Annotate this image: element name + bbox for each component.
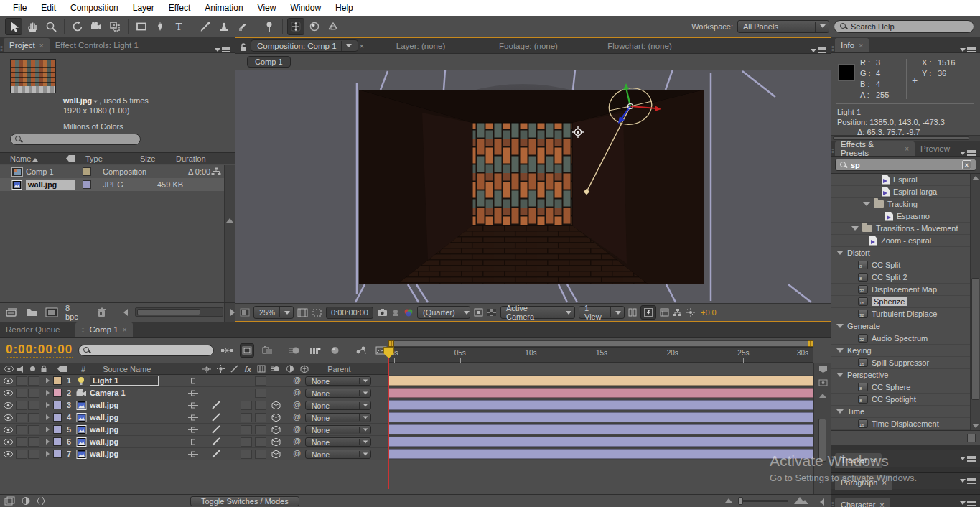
solo-lock-cell[interactable] — [28, 376, 39, 386]
anchor-switch-icon[interactable] — [188, 439, 198, 445]
parent-pickwhip-icon[interactable]: @ — [293, 437, 301, 445]
menu-animation[interactable]: Animation — [197, 1, 250, 14]
current-time-display[interactable]: 0:00:00:00 — [6, 343, 73, 358]
tab-footage[interactable]: Footage: (none) — [475, 39, 582, 53]
menu-composition[interactable]: Composition — [63, 1, 126, 14]
tab-tracker[interactable]: Tracker× — [835, 453, 882, 468]
resolution-dropdown[interactable]: (Quarter) — [417, 306, 470, 319]
parent-dropdown[interactable]: None — [305, 437, 371, 447]
composition-viewer[interactable] — [235, 70, 831, 303]
layer-name[interactable]: Camera 1 — [90, 389, 126, 397]
scroll-up-icon[interactable] — [226, 218, 233, 223]
help-search-input[interactable]: Search Help — [834, 20, 974, 33]
audio-cell[interactable] — [16, 425, 27, 434]
expand-arrow-icon[interactable] — [46, 402, 50, 408]
parent-dropdown[interactable]: None — [305, 425, 371, 434]
parent-pickwhip-icon[interactable]: @ — [293, 376, 301, 384]
expand-triangle-icon[interactable] — [836, 373, 844, 377]
comp-button-icon[interactable] — [818, 379, 828, 386]
layer-color-chip[interactable] — [53, 389, 62, 397]
solo-lock-cell[interactable] — [28, 401, 39, 410]
snapshot-icon[interactable] — [377, 308, 388, 317]
orbit-camera-tool[interactable] — [69, 18, 86, 35]
expand-triangle-icon[interactable] — [836, 409, 844, 414]
scroll-left-icon[interactable] — [123, 309, 128, 316]
tab-layer[interactable]: Layer: (none) — [367, 39, 475, 53]
expand-triangle-icon[interactable] — [836, 348, 844, 353]
menu-edit[interactable]: Edit — [34, 1, 63, 14]
time-ruler[interactable]: 0s05s10s15s20s25s30s — [388, 347, 813, 363]
cube-3d-switch-icon[interactable] — [271, 437, 281, 447]
tab-effect-controls[interactable]: Effect Controls: Light 1 — [50, 38, 144, 52]
cube-3d-switch-icon[interactable] — [271, 413, 281, 422]
layer-color-chip[interactable] — [53, 450, 62, 458]
switch-cell[interactable] — [255, 401, 266, 410]
scroll-left-icon[interactable] — [820, 498, 824, 506]
local-axis-mode-button[interactable] — [287, 18, 304, 35]
layer-duration-bar[interactable] — [388, 400, 813, 410]
cube-3d-switch-icon[interactable] — [271, 450, 281, 459]
effects-item-preset[interactable]: Espiral — [831, 174, 980, 186]
lock-icon[interactable] — [239, 42, 248, 52]
brainstorm-icon[interactable] — [308, 343, 322, 358]
switch-cell[interactable] — [255, 389, 266, 398]
anchor-switch-icon[interactable] — [188, 390, 198, 396]
audio-cell[interactable] — [16, 389, 27, 398]
expand-triangle-icon[interactable] — [836, 251, 844, 255]
menu-view[interactable]: View — [251, 1, 284, 14]
clear-search-icon[interactable]: × — [962, 160, 971, 169]
eye-icon[interactable] — [4, 451, 13, 457]
selection-tool[interactable] — [5, 18, 22, 35]
menu-layer[interactable]: Layer — [126, 1, 162, 14]
layer-duration-bar[interactable] — [388, 388, 813, 398]
quality-switch-icon[interactable] — [212, 450, 220, 458]
magnification-dropdown[interactable]: 25% — [253, 306, 294, 319]
solo-lock-cell[interactable] — [28, 437, 39, 447]
project-table-header[interactable]: Name Type Size Duration — [0, 152, 235, 164]
close-icon[interactable]: × — [859, 42, 863, 50]
effects-item-folder[interactable]: Transitions - Movement — [831, 223, 980, 235]
expand-arrow-icon[interactable] — [46, 414, 50, 420]
effects-item-effect[interactable]: 32Turbulent Displace — [831, 308, 980, 320]
anchor-switch-icon[interactable] — [188, 414, 198, 421]
comp-viewer-tab[interactable]: Comp 1 — [247, 56, 291, 68]
layer-row[interactable]: 2Camera 1@None — [0, 387, 831, 399]
view-axis-mode-button[interactable] — [325, 18, 342, 35]
effects-item-category[interactable]: Keying — [831, 345, 980, 357]
viewer-timecode[interactable]: 0:00:00:00 — [326, 307, 373, 319]
effects-item-effect[interactable]: 16Spill Suppressor — [831, 357, 980, 369]
anchor-switch-icon[interactable] — [188, 378, 198, 384]
region-toggle-icon[interactable] — [474, 308, 483, 317]
effects-scrollbar[interactable] — [970, 174, 980, 430]
camera-dropdown[interactable]: Active Camera — [500, 306, 575, 319]
quality-switch-icon[interactable] — [212, 413, 220, 422]
close-icon[interactable]: × — [39, 42, 44, 50]
quality-switch-icon[interactable] — [212, 425, 220, 434]
expand-arrow-icon[interactable] — [46, 439, 50, 445]
panel-menu-icon[interactable] — [806, 47, 831, 53]
parent-pickwhip-icon[interactable]: @ — [293, 388, 301, 396]
layer-row[interactable]: 3wall.jpg@None — [0, 399, 831, 411]
layer-duration-bar[interactable] — [388, 424, 813, 434]
rectangle-tool[interactable] — [133, 18, 150, 35]
effects-item-category[interactable]: Time — [831, 406, 980, 418]
switch-cell[interactable] — [241, 437, 252, 447]
layer-row[interactable]: 4wall.jpg@None — [0, 411, 831, 424]
expand-arrow-icon[interactable] — [46, 451, 50, 457]
layer-name[interactable]: wall.jpg — [90, 425, 118, 434]
close-icon[interactable]: × — [123, 326, 127, 334]
effects-item-effect[interactable]: 32Displacement Map — [831, 284, 980, 296]
menu-window[interactable]: Window — [283, 1, 328, 14]
parent-dropdown[interactable]: None — [305, 401, 371, 410]
expand-transfer-controls-icon[interactable] — [21, 496, 31, 506]
solo-lock-cell[interactable] — [28, 413, 39, 422]
show-channel-icon[interactable] — [403, 308, 414, 317]
tab-paragraph[interactable]: Paragraph× — [835, 475, 892, 490]
pen-tool[interactable] — [151, 18, 169, 35]
effects-item-effect[interactable]: 8CC Split — [831, 259, 980, 271]
scroll-down-icon[interactable] — [972, 424, 979, 428]
expand-triangle-icon[interactable] — [836, 324, 844, 328]
eye-icon[interactable] — [4, 378, 13, 384]
tab-flowchart[interactable]: Flowchart: (none) — [582, 39, 697, 53]
exposure-icon[interactable] — [686, 308, 696, 317]
